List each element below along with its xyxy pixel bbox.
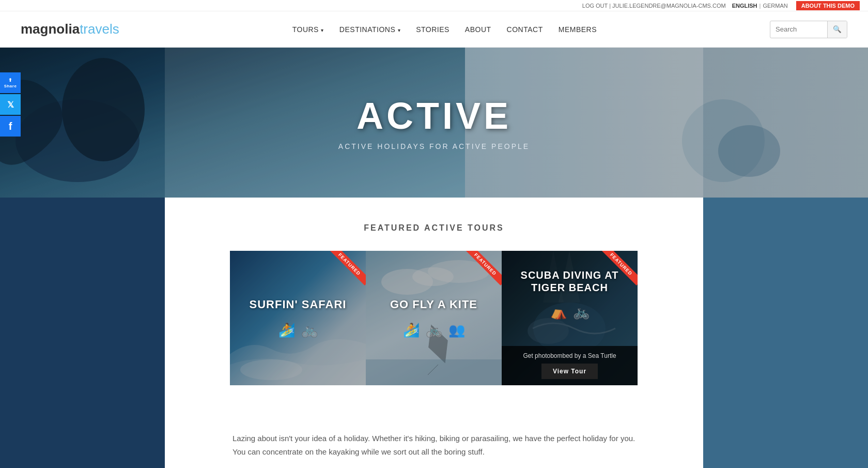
nav-stories-link[interactable]: STORIES — [416, 25, 450, 34]
logo[interactable]: magnoliatravels — [21, 21, 119, 37]
tours-dropdown-icon: ▾ — [321, 27, 324, 33]
twitter-icon: 𝕏 — [7, 100, 14, 110]
search-box: 🔍 — [770, 21, 847, 38]
facebook-button[interactable]: f — [0, 116, 21, 137]
navbar: magnoliatravels TOURS ▾ DESTINATIONS ▾ S… — [0, 11, 868, 48]
lang-english[interactable]: ENGLISH — [732, 3, 757, 9]
share-icon: ⬆ — [8, 78, 13, 83]
search-icon: 🔍 — [833, 25, 842, 33]
nav-contact-link[interactable]: CONTACT — [507, 25, 543, 34]
hero-subtitle: ACTIVE HOLIDAYS FOR ACTIVE PEOPLE — [338, 142, 530, 150]
nav-contact[interactable]: CONTACT — [507, 25, 543, 34]
featured-section: FEATURED ACTIVE TOURS — [222, 198, 646, 411]
parasail-icon: 🏄 — [403, 322, 420, 338]
card-title-2: GO FLY A KITE — [390, 298, 477, 311]
nav-members-link[interactable]: MEMBERS — [559, 25, 597, 34]
hero-content: ACTIVE ACTIVE HOLIDAYS FOR ACTIVE PEOPLE — [338, 95, 530, 150]
user-email: JULIE.LEGENDRE@MAGNOLIA-CMS.COM — [612, 3, 726, 9]
featured-ribbon-2 — [460, 251, 502, 292]
description-section: Lazing about isn't your idea of a holida… — [222, 411, 646, 468]
featured-ribbon-1 — [324, 251, 366, 292]
card-icons-2: 🏄 🚲 👥 — [403, 322, 465, 338]
logout-link[interactable]: LOG OUT — [582, 3, 608, 9]
tour-card-scuba-diving[interactable]: SCUBA DIVING AT TIGER BEACH ⛺ 🚲 Get phot… — [502, 251, 638, 385]
share-label: Share — [4, 84, 17, 88]
nav-about-link[interactable]: ABOUT — [465, 25, 491, 34]
tour-card-go-fly-a-kite[interactable]: GO FLY A KITE 🏄 🚲 👥 — [366, 251, 502, 385]
card-description-3: Get photobombed by a Sea Turtle View Tou… — [502, 346, 638, 385]
nav-destinations[interactable]: DESTINATIONS ▾ — [339, 25, 400, 34]
house-icon: ⛺ — [550, 304, 567, 320]
nav-destinations-link[interactable]: DESTINATIONS ▾ — [339, 25, 400, 34]
search-input[interactable] — [770, 25, 827, 33]
card-icons-1: 🏄 🚲 — [278, 322, 318, 338]
tour-card-surfin-safari[interactable]: SURFIN' SAFARI 🏄 🚲 — [230, 251, 366, 385]
nav-tours[interactable]: TOURS ▾ — [292, 25, 324, 34]
twitter-button[interactable]: 𝕏 — [0, 94, 21, 115]
tour-description-text: Get photobombed by a Sea Turtle — [508, 352, 631, 359]
facebook-icon: f — [9, 120, 12, 132]
content-wrapper: FEATURED ACTIVE TOURS — [222, 198, 646, 468]
hero-title: ACTIVE — [338, 95, 530, 137]
bike-icon-3: 🚲 — [573, 304, 590, 320]
nav-members[interactable]: MEMBERS — [559, 25, 597, 34]
nav-tours-link[interactable]: TOURS ▾ — [292, 25, 324, 34]
view-tour-button[interactable]: View Tour — [541, 364, 598, 379]
search-button[interactable]: 🔍 — [827, 21, 847, 38]
user-info: LOG OUT | JULIE.LEGENDRE@MAGNOLIA-CMS.CO… — [582, 3, 726, 9]
demo-button[interactable]: ABOUT THIS DEMO — [796, 1, 860, 10]
top-bar: LOG OUT | JULIE.LEGENDRE@MAGNOLIA-CMS.CO… — [0, 0, 868, 11]
description-text: Lazing about isn't your idea of a holida… — [233, 432, 636, 458]
bike-icon: 🚲 — [301, 322, 318, 338]
card-title-1: SURFIN' SAFARI — [250, 298, 347, 311]
tour-cards: SURFIN' SAFARI 🏄 🚲 — [230, 251, 638, 385]
card-icons-3: ⛺ 🚲 — [550, 304, 590, 320]
nav-stories[interactable]: STORIES — [416, 25, 450, 34]
full-layout: ACTIVE ACTIVE HOLIDAYS FOR ACTIVE PEOPLE… — [0, 48, 868, 468]
hero: ACTIVE ACTIVE HOLIDAYS FOR ACTIVE PEOPLE — [0, 48, 868, 198]
section-title: FEATURED ACTIVE TOURS — [222, 223, 646, 233]
destinations-dropdown-icon: ▾ — [398, 27, 401, 33]
surfer-icon: 🏄 — [278, 322, 295, 338]
featured-ribbon-3 — [596, 251, 638, 292]
share-button[interactable]: ⬆ Share — [0, 72, 21, 93]
social-sidebar: ⬆ Share 𝕏 f — [0, 72, 21, 138]
bike-icon-2: 🚲 — [426, 322, 442, 338]
nav-links: TOURS ▾ DESTINATIONS ▾ STORIES ABOUT CON… — [292, 25, 597, 34]
nav-about[interactable]: ABOUT — [465, 25, 491, 34]
people-icon: 👥 — [448, 322, 465, 338]
lang-separator: | — [760, 3, 761, 9]
lang-german[interactable]: GERMAN — [763, 3, 787, 9]
logo-travels: travels — [80, 21, 119, 37]
logo-magnolia: magnolia — [21, 21, 80, 37]
